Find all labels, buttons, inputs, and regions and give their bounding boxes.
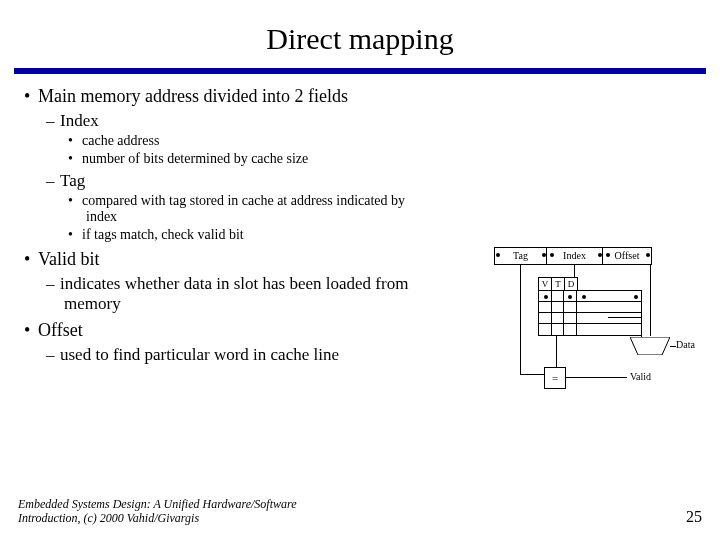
wire xyxy=(641,317,642,337)
col-v: V xyxy=(539,278,552,290)
bullet-tag: Tag xyxy=(24,171,710,191)
svg-marker-0 xyxy=(630,337,670,355)
dot-icon xyxy=(542,253,546,257)
dot-icon xyxy=(544,295,548,299)
dot-icon xyxy=(496,253,500,257)
dot-icon xyxy=(582,295,586,299)
dot-icon xyxy=(634,295,638,299)
col-d: D xyxy=(565,278,577,290)
dot-icon xyxy=(568,295,572,299)
addr-index: Index xyxy=(547,248,603,264)
slide: Direct mapping Main memory address divid… xyxy=(0,0,720,540)
bullet-index-cacheaddr: cache address xyxy=(24,133,710,149)
wire xyxy=(565,377,627,378)
address-fields: Tag Index Offset xyxy=(494,247,652,265)
wire xyxy=(520,374,544,375)
bullet-validbit-desc: indicates whether data in slot has been … xyxy=(24,274,444,314)
bullet-index-bits: number of bits determined by cache size xyxy=(24,151,710,167)
dot-icon xyxy=(646,253,650,257)
wire xyxy=(608,317,641,318)
addr-tag: Tag xyxy=(495,248,547,264)
dot-icon xyxy=(598,253,602,257)
wire xyxy=(574,264,575,277)
data-label: Data xyxy=(676,339,695,350)
footer-source: Embedded Systems Design: A Unified Hardw… xyxy=(18,498,298,526)
dot-icon xyxy=(550,253,554,257)
wire xyxy=(650,264,651,336)
bullet-index: Index xyxy=(24,111,710,131)
addr-offset: Offset xyxy=(603,248,651,264)
page-number: 25 xyxy=(686,508,702,526)
mux-icon xyxy=(630,337,670,355)
wire xyxy=(520,264,521,374)
wire xyxy=(556,335,557,367)
bullet-tag-match: if tags match, check valid bit xyxy=(24,227,426,243)
title-rule xyxy=(14,68,706,74)
bullet-main-memory: Main memory address divided into 2 field… xyxy=(24,86,710,107)
valid-label: Valid xyxy=(630,371,651,382)
comparator-icon: = xyxy=(544,367,566,389)
col-t: T xyxy=(552,278,565,290)
footer: Embedded Systems Design: A Unified Hardw… xyxy=(18,498,702,526)
slide-title: Direct mapping xyxy=(0,0,720,64)
bullet-tag-compared: compared with tag stored in cache at add… xyxy=(24,193,426,225)
cache-diagram: Tag Index Offset V T D xyxy=(490,247,700,422)
dot-icon xyxy=(606,253,610,257)
cache-header: V T D xyxy=(538,277,578,291)
